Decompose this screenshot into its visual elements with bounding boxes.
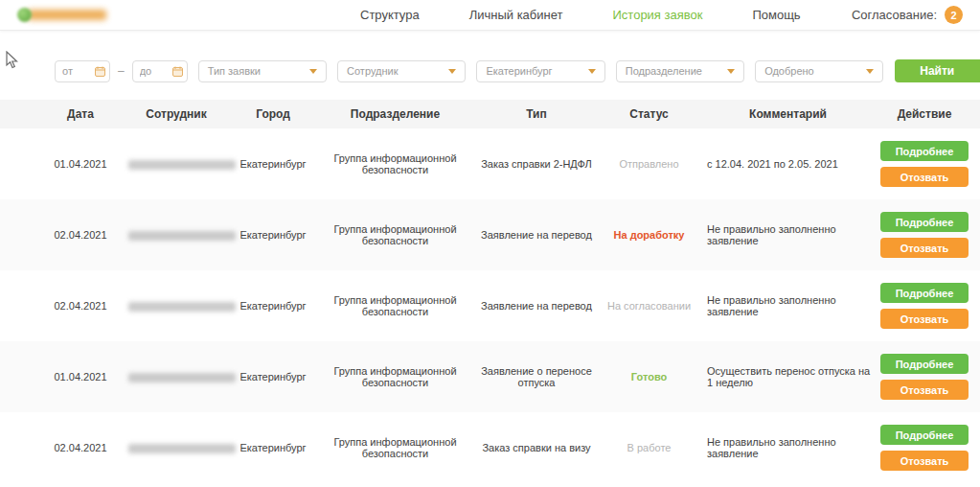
request-type: Заявление на перевод (474, 225, 599, 244)
status-badge: В работе (627, 442, 672, 453)
actions-cell: Подробнее Отозвать (877, 137, 972, 191)
select-value: Одобрено (764, 65, 814, 77)
col-header-city: Город (230, 107, 316, 121)
nav-personal-cabinet[interactable]: Личный кабинет (469, 8, 563, 22)
status-badge: Отправлено (619, 158, 678, 170)
withdraw-button[interactable]: Отозвать (880, 451, 969, 471)
department-select[interactable]: Подразделение (616, 60, 744, 82)
chevron-down-icon (309, 69, 317, 74)
request-date: 01.04.2021 (38, 154, 123, 174)
status-badge: Готово (631, 371, 667, 383)
request-city: Екатеринбург (230, 438, 316, 457)
actions-cell: Подробнее Отозвать (877, 279, 972, 333)
select-value: Подразделение (626, 65, 702, 77)
chevron-down-icon (588, 69, 596, 74)
request-department: Группа информационной безопасности (316, 220, 474, 250)
search-button[interactable]: Найти (895, 59, 980, 82)
date-from-field (55, 60, 110, 82)
employee-cell (123, 154, 230, 174)
request-type: Заявление на перевод (474, 296, 599, 315)
table-row: 01.04.2021 Екатеринбург Группа информаци… (0, 128, 980, 199)
actions-cell: Подробнее Отозвать (877, 421, 972, 475)
chevron-down-icon (866, 69, 874, 74)
employee-name-redacted (128, 160, 236, 170)
details-button[interactable]: Подробнее (880, 283, 969, 303)
chevron-down-icon (448, 69, 456, 74)
employee-cell (123, 367, 230, 386)
nav-structure[interactable]: Структура (360, 8, 420, 22)
approval-count-badge: 2 (945, 6, 963, 24)
approval-counter[interactable]: Согласование: 2 (852, 6, 963, 24)
details-button[interactable]: Подробнее (880, 212, 969, 232)
actions-cell: Подробнее Отозвать (877, 208, 972, 262)
col-header-department: Подразделение (316, 107, 474, 121)
employee-name-redacted (128, 444, 236, 453)
request-comment: Не правильно заполненно заявление (699, 432, 877, 463)
employee-name-redacted (128, 373, 236, 383)
actions-cell: Подробнее Отозвать (877, 350, 972, 404)
select-value: Сотрудник (347, 65, 398, 77)
employee-cell (123, 296, 230, 315)
chevron-down-icon (727, 69, 735, 74)
approved-select[interactable]: Одобрено (755, 60, 883, 82)
details-button[interactable]: Подробнее (880, 354, 969, 374)
logo-text-redacted (28, 10, 106, 20)
col-header-employee: Сотрудник (123, 107, 230, 121)
withdraw-button[interactable]: Отозвать (880, 167, 969, 187)
date-to-field (132, 60, 188, 82)
withdraw-button[interactable]: Отозвать (880, 380, 969, 400)
col-header-action: Действие (877, 107, 972, 121)
col-header-type: Тип (474, 107, 599, 121)
city-select[interactable]: Екатеринбург (476, 60, 604, 82)
select-value: Тип заявки (208, 65, 261, 77)
calendar-icon[interactable] (172, 66, 183, 77)
request-comment: Не правильно заполненно заявление (699, 220, 877, 250)
table-row: 01.04.2021 Екатеринбург Группа информаци… (0, 341, 980, 412)
requests-table: Дата Сотрудник Город Подразделение Тип С… (0, 100, 980, 483)
withdraw-button[interactable]: Отозвать (880, 238, 969, 258)
request-type: Заявление о переносе отпуска (474, 361, 599, 392)
table-header-row: Дата Сотрудник Город Подразделение Тип С… (0, 100, 980, 128)
request-department: Группа информационной безопасности (316, 432, 474, 463)
status-badge: На согласовании (607, 300, 691, 312)
select-value: Екатеринбург (486, 65, 552, 77)
request-comment: Осуществить перенос отпуска на 1 неделю (699, 361, 877, 392)
request-type-select[interactable]: Тип заявки (198, 60, 327, 82)
col-header-comment: Комментарий (699, 107, 877, 121)
employee-name-redacted (128, 302, 236, 312)
request-department: Группа информационной безопасности (316, 149, 474, 179)
request-date: 02.04.2021 (38, 296, 123, 315)
col-header-date: Дата (38, 107, 123, 121)
request-city: Екатеринбург (230, 225, 316, 244)
details-button[interactable]: Подробнее (880, 425, 969, 445)
request-department: Группа информационной безопасности (316, 290, 474, 321)
top-nav: Структура Личный кабинет История заявок … (0, 0, 980, 31)
main-nav: Структура Личный кабинет История заявок … (360, 8, 801, 22)
withdraw-button[interactable]: Отозвать (880, 309, 969, 329)
approval-label: Согласование: (852, 8, 937, 22)
request-date: 02.04.2021 (38, 225, 123, 244)
employee-cell (123, 438, 230, 457)
status-badge: На доработку (614, 229, 685, 241)
calendar-icon[interactable] (95, 66, 105, 77)
logo[interactable] (17, 8, 199, 22)
employee-name-redacted (128, 231, 236, 241)
request-city: Екатеринбург (230, 296, 316, 315)
app-screen: Структура Личный кабинет История заявок … (0, 0, 980, 487)
employee-select[interactable]: Сотрудник (337, 60, 466, 82)
table-body: 01.04.2021 Екатеринбург Группа информаци… (0, 128, 980, 483)
request-date: 01.04.2021 (38, 367, 123, 386)
employee-cell (123, 225, 230, 244)
request-comment: с 12.04. 2021 по 2.05. 2021 (699, 154, 877, 174)
table-row: 02.04.2021 Екатеринбург Группа информаци… (0, 412, 980, 483)
request-city: Екатеринбург (230, 154, 316, 174)
logo-icon (17, 8, 32, 22)
nav-request-history[interactable]: История заявок (613, 8, 703, 22)
details-button[interactable]: Подробнее (880, 141, 969, 161)
filter-bar: – Тип заявки Сотрудник Екатеринбург Подр… (0, 31, 980, 100)
date-range-separator: – (118, 64, 125, 78)
nav-help[interactable]: Помощь (752, 8, 800, 22)
request-type: Заказ справки 2-НДФЛ (474, 154, 599, 174)
request-comment: Не правильно заполненно заявление (699, 290, 877, 321)
table-row: 02.04.2021 Екатеринбург Группа информаци… (0, 270, 980, 341)
